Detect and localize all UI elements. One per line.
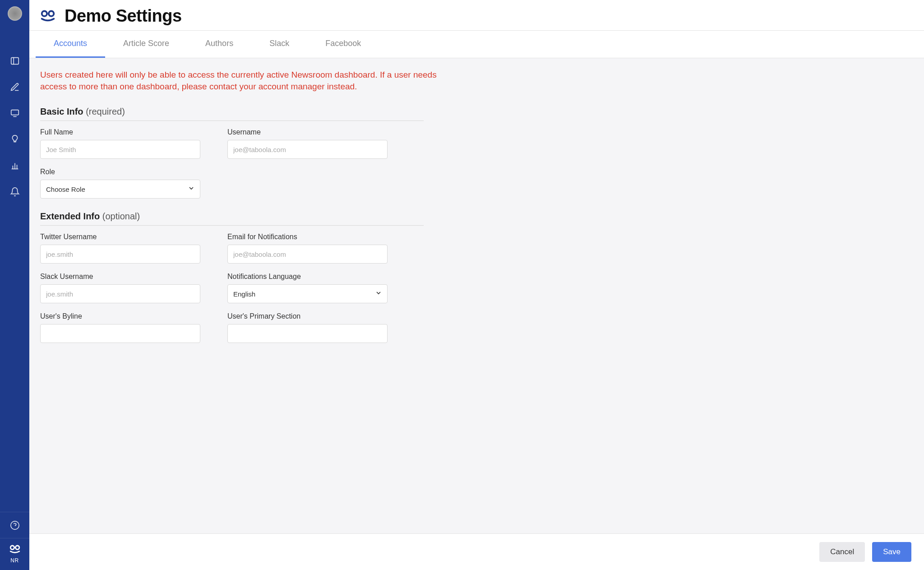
twitter-label: Twitter Username bbox=[40, 233, 200, 241]
username-input[interactable] bbox=[227, 140, 388, 159]
avatar[interactable] bbox=[8, 6, 22, 21]
svg-point-8 bbox=[10, 521, 18, 529]
role-label: Role bbox=[40, 168, 200, 176]
save-button[interactable]: Save bbox=[872, 542, 911, 562]
username-label: Username bbox=[227, 128, 388, 136]
tab-authors[interactable]: Authors bbox=[187, 31, 251, 58]
notif-lang-label: Notifications Language bbox=[227, 273, 388, 281]
svg-point-10 bbox=[10, 546, 14, 549]
tab-slack[interactable]: Slack bbox=[251, 31, 307, 58]
primary-section-label: User's Primary Section bbox=[227, 312, 388, 320]
sidebar: NR bbox=[0, 0, 29, 570]
cancel-button[interactable]: Cancel bbox=[819, 542, 865, 562]
slack-input[interactable] bbox=[40, 284, 200, 303]
header-logo-icon bbox=[39, 9, 56, 24]
content: Users created here will only be able to … bbox=[29, 58, 924, 533]
extended-info-header: Extended Info (optional) bbox=[40, 211, 424, 226]
svg-point-11 bbox=[15, 546, 19, 549]
svg-rect-0 bbox=[11, 58, 18, 65]
sidebar-dashboard-icon[interactable] bbox=[0, 48, 29, 74]
sidebar-analytics-icon[interactable] bbox=[0, 153, 29, 179]
svg-point-12 bbox=[42, 11, 47, 16]
email-notif-input[interactable] bbox=[227, 245, 388, 264]
tab-accounts[interactable]: Accounts bbox=[36, 31, 105, 58]
slack-label: Slack Username bbox=[40, 273, 200, 281]
sidebar-logo[interactable]: NR bbox=[0, 538, 29, 570]
sidebar-help-icon[interactable] bbox=[0, 512, 29, 538]
basic-info-header: Basic Info (required) bbox=[40, 107, 424, 121]
sidebar-edit-icon[interactable] bbox=[0, 74, 29, 100]
notif-lang-select[interactable]: English bbox=[227, 284, 388, 303]
tab-article-score[interactable]: Article Score bbox=[105, 31, 187, 58]
full-name-input[interactable] bbox=[40, 140, 200, 159]
sidebar-logo-label: NR bbox=[0, 557, 29, 564]
footer: Cancel Save bbox=[29, 533, 924, 570]
byline-input[interactable] bbox=[40, 324, 200, 343]
full-name-label: Full Name bbox=[40, 128, 200, 136]
role-select[interactable]: Choose Role bbox=[40, 180, 200, 199]
email-notif-label: Email for Notifications bbox=[227, 233, 388, 241]
sidebar-lightbulb-icon[interactable] bbox=[0, 126, 29, 153]
svg-point-13 bbox=[49, 11, 54, 16]
byline-label: User's Byline bbox=[40, 312, 200, 320]
svg-rect-2 bbox=[11, 110, 18, 115]
header: Demo Settings bbox=[29, 0, 924, 30]
warning-text: Users created here will only be able to … bbox=[40, 69, 437, 92]
tab-facebook[interactable]: Facebook bbox=[307, 31, 379, 58]
page-title: Demo Settings bbox=[65, 6, 182, 26]
tabs: Accounts Article Score Authors Slack Fac… bbox=[29, 30, 924, 58]
sidebar-monitor-icon[interactable] bbox=[0, 100, 29, 126]
twitter-input[interactable] bbox=[40, 245, 200, 264]
sidebar-bell-icon[interactable] bbox=[0, 179, 29, 205]
primary-section-input[interactable] bbox=[227, 324, 388, 343]
